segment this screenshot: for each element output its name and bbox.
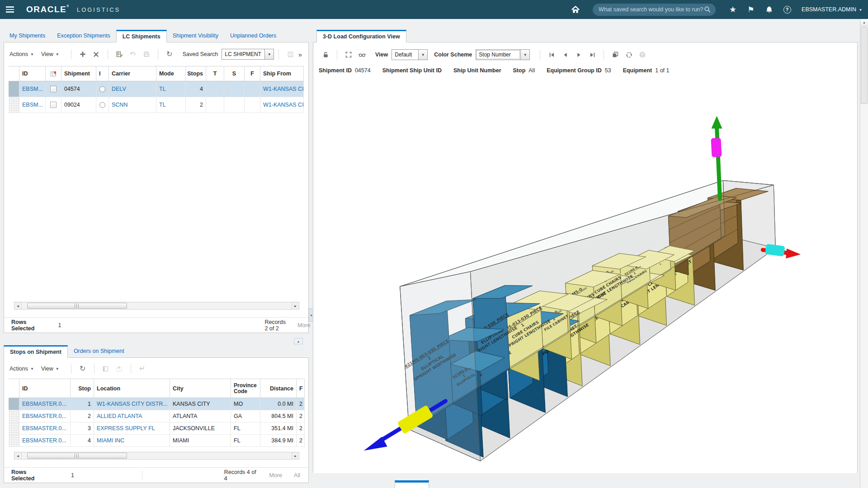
cell-link[interactable]: W1-KANSAS CI: [263, 102, 304, 108]
delete-icon[interactable]: [91, 49, 102, 60]
view-menu-button[interactable]: View▼: [41, 366, 59, 372]
view-dropdown-button[interactable]: ▼: [419, 49, 428, 60]
scroll-right-icon[interactable]: ▸: [292, 452, 299, 459]
favorites-star-icon[interactable]: ★: [724, 0, 742, 19]
tab-orders-on-shipment[interactable]: Orders on Shipment: [68, 346, 130, 357]
hidden-bottom-tab-indicator[interactable]: [395, 480, 429, 488]
cell-link[interactable]: ALLIED ATLANTA: [97, 413, 142, 419]
column-header-f[interactable]: F: [297, 379, 305, 398]
color-scheme-dropdown-button[interactable]: ▼: [521, 49, 530, 60]
tab-my-shipments[interactable]: My Shipments: [4, 30, 51, 42]
row-checkbox[interactable]: [46, 97, 61, 113]
records-all-link[interactable]: All: [294, 472, 300, 479]
scroll-left-icon[interactable]: ◂: [14, 452, 22, 459]
row-selector-cell[interactable]: [9, 81, 19, 97]
records-more-link[interactable]: More: [269, 472, 282, 479]
cell-link[interactable]: EBSMASTER.0...: [22, 425, 66, 432]
scroll-left-icon[interactable]: ◂: [14, 302, 22, 309]
row-selector-cell[interactable]: [9, 97, 19, 113]
view-combobox[interactable]: Default ▼: [392, 49, 428, 60]
stops-hscrollbar[interactable]: ◂ ▸: [14, 452, 299, 460]
records-more-link[interactable]: More: [297, 322, 310, 328]
tab-stops-on-shipment[interactable]: Stops on Shipment: [4, 345, 68, 358]
column-header-carrier[interactable]: Carrier: [109, 66, 156, 81]
column-header-stop[interactable]: Stop: [71, 379, 94, 398]
table-row[interactable]: EBSMASTER.0...1W1-KANSAS CITY DISTR...KA…: [9, 398, 305, 410]
cell-link[interactable]: EBSMASTER.0...: [22, 437, 66, 444]
scrollbar-thumb[interactable]: [27, 453, 127, 459]
column-header-f[interactable]: F: [245, 66, 260, 81]
tab-3d-load-configuration-view[interactable]: 3-D Load Configuration View: [316, 30, 406, 42]
row-selector-cell[interactable]: [9, 398, 19, 410]
column-header-id[interactable]: ID: [19, 66, 46, 81]
rotate-icon[interactable]: [623, 49, 634, 60]
next-equipment-icon[interactable]: [573, 49, 584, 60]
refresh-icon[interactable]: ↻: [77, 363, 88, 374]
row-radio[interactable]: [96, 97, 109, 113]
toolbar-overflow-button[interactable]: »: [298, 51, 302, 58]
cell-link[interactable]: MIAMI INC: [97, 437, 124, 444]
column-header-city[interactable]: City: [170, 379, 231, 398]
column-header-distance[interactable]: Distance: [260, 379, 297, 398]
view-menu-button[interactable]: View▼: [41, 51, 59, 57]
cell-link[interactable]: W1-KANSAS CITY DISTR...: [97, 401, 168, 407]
hamburger-menu-icon[interactable]: [0, 0, 20, 19]
cell-link[interactable]: DELV: [112, 86, 126, 92]
add-icon[interactable]: [77, 49, 88, 60]
row-checkbox[interactable]: [46, 81, 61, 97]
saved-search-dropdown-button[interactable]: ▼: [265, 49, 274, 60]
search-input[interactable]: [599, 6, 704, 13]
table-row[interactable]: EBSM...04574DELVTL4W1-KANSAS CI: [9, 81, 304, 97]
page-vscrollbar[interactable]: ▴: [860, 19, 868, 488]
layers-icon[interactable]: [610, 49, 621, 60]
cell-link[interactable]: EBSM...: [22, 102, 43, 108]
fit-to-window-icon[interactable]: [343, 49, 354, 60]
table-row[interactable]: EBSMASTER.0...3EXPRESS SUPPLY FLJACKSONV…: [9, 422, 305, 435]
help-icon[interactable]: ?: [778, 0, 796, 19]
saved-search-combobox[interactable]: LC SHIPMENT ▼: [222, 49, 274, 60]
column-header-t[interactable]: T: [206, 66, 224, 81]
cell-link[interactable]: EXPRESS SUPPLY FL: [97, 425, 155, 432]
scrollbar-thumb[interactable]: [861, 27, 868, 104]
cell-link[interactable]: EBSMASTER.0...: [22, 401, 66, 407]
actions-menu-button[interactable]: Actions▼: [9, 366, 34, 372]
column-header-ship-from[interactable]: Ship From: [260, 66, 304, 81]
cell-link[interactable]: SCNN: [112, 102, 127, 108]
load-3d-canvas[interactable]: 921MS-0...1FILE CABINET921MS-0...1FILE C…: [313, 78, 857, 473]
notifications-bell-icon[interactable]: [760, 0, 778, 19]
scrollbar-thumb[interactable]: [27, 303, 127, 309]
row-selector-cell[interactable]: [9, 435, 19, 446]
tab-shipment-visibility[interactable]: Shipment Visibility: [167, 30, 224, 42]
home-icon[interactable]: [566, 0, 585, 19]
cell-link[interactable]: TL: [159, 102, 166, 108]
cell-link[interactable]: TL: [159, 86, 166, 92]
column-header-s[interactable]: S: [224, 66, 245, 81]
row-selector-cell[interactable]: [9, 422, 19, 434]
load-3d-scene[interactable]: 921MS-0...1FILE CABINET921MS-0...1FILE C…: [313, 78, 857, 473]
column-header-i[interactable]: I: [96, 66, 109, 81]
table-row[interactable]: EBSMASTER.0...4MIAMI INCMIAMIFL384.9 MI2: [9, 435, 305, 447]
user-menu[interactable]: EBSMASTER.ADMIN ▾: [802, 6, 862, 13]
shipments-hscrollbar[interactable]: ◂ ▸: [14, 302, 299, 310]
last-equipment-icon[interactable]: [587, 49, 598, 60]
column-header-mode[interactable]: Mode: [156, 66, 186, 81]
cell-link[interactable]: W1-KANSAS CI: [263, 86, 304, 92]
scroll-right-icon[interactable]: ▸: [292, 302, 299, 309]
saved-search-value[interactable]: LC SHIPMENT: [222, 49, 265, 60]
tab-lc-shipments[interactable]: LC Shipments: [116, 30, 167, 42]
column-header-id[interactable]: ID: [19, 379, 71, 398]
color-scheme-combobox[interactable]: Stop Number ▼: [476, 49, 530, 60]
panel-collapse-handle[interactable]: ▴: [294, 338, 303, 344]
column-header-stops[interactable]: Stops: [186, 66, 206, 81]
refresh-icon[interactable]: ↻: [164, 49, 175, 60]
column-header-province-code[interactable]: Province Code: [231, 379, 260, 398]
column-header-location[interactable]: Location: [94, 379, 170, 398]
flag-icon[interactable]: ⚑: [742, 0, 760, 19]
previous-equipment-icon[interactable]: [560, 49, 571, 60]
color-scheme-value[interactable]: Stop Number: [476, 49, 521, 60]
tab-exception-shipments[interactable]: Exception Shipments: [51, 30, 116, 42]
actions-menu-button[interactable]: Actions▼: [9, 51, 34, 57]
row-radio[interactable]: [96, 81, 109, 97]
table-row[interactable]: EBSM...09024SCNNTL2W1-KANSAS CI: [9, 97, 304, 113]
view-3d-glasses-icon[interactable]: [357, 49, 368, 60]
